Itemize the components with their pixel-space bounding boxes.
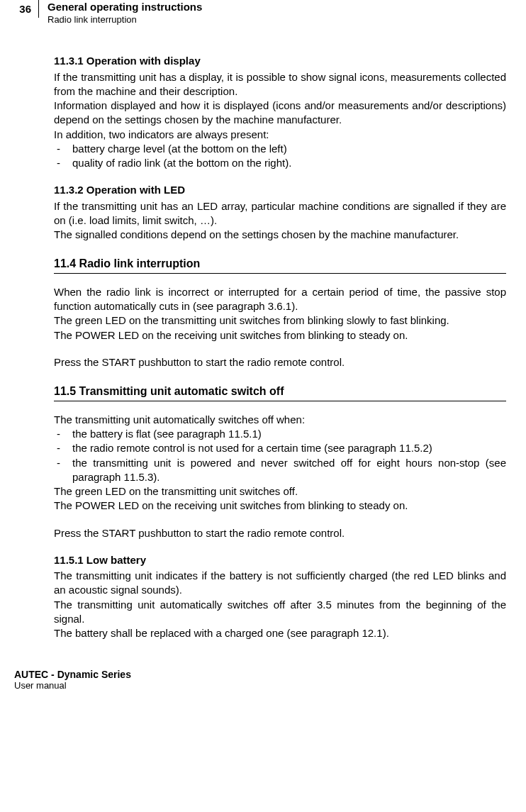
page-header: 36 General operating instructions Radio … [14, 0, 512, 26]
document-content: 11.3.1 Operation with display If the tra… [54, 54, 506, 640]
page-number: 36 [14, 0, 39, 18]
footer-subtitle: User manual [14, 680, 512, 691]
heading-11-3-2: 11.3.2 Operation with LED [54, 183, 506, 197]
header-subtitle: Radio link interruption [47, 14, 202, 26]
paragraph: The transmitting unit automatically swit… [54, 598, 506, 627]
paragraph: In addition, two indicators are always p… [54, 128, 506, 142]
footer-title: AUTEC - Dynamic Series [14, 669, 512, 680]
paragraph: The POWER LED on the receiving unit swit… [54, 328, 506, 343]
paragraph: Information displayed and how it is disp… [54, 99, 506, 128]
paragraph: The transmitting unit indicates if the b… [54, 569, 506, 598]
paragraph: When the radio link is incorrect or inte… [54, 285, 506, 314]
paragraph: The green LED on the transmitting unit s… [54, 484, 506, 499]
paragraph: The POWER LED on the receiving unit swit… [54, 499, 506, 513]
page-footer: AUTEC - Dynamic Series User manual [0, 669, 526, 702]
heading-11-4: 11.4 Radio link interruption [54, 256, 506, 274]
list-item: the transmitting unit is powered and nev… [54, 456, 506, 485]
list-item: the radio remote control is not used for… [54, 441, 506, 455]
list-item: battery charge level (at the bottom on t… [54, 142, 506, 156]
paragraph: Press the START pushbutton to start the … [54, 526, 506, 540]
paragraph: The battery shall be replaced with a cha… [54, 626, 506, 640]
heading-11-5: 11.5 Transmitting unit automatic switch … [54, 384, 506, 401]
paragraph: The transmitting unit automatically swit… [54, 413, 506, 427]
paragraph: The signalled conditions depend on the s… [54, 228, 506, 242]
paragraph: If the transmitting unit has a display, … [54, 70, 506, 99]
heading-11-3-1: 11.3.1 Operation with display [54, 54, 506, 68]
paragraph: The green LED on the transmitting unit s… [54, 313, 506, 328]
paragraph: If the transmitting unit has an LED arra… [54, 199, 506, 228]
list-item: the battery is flat (see paragraph 11.5.… [54, 427, 506, 441]
header-title: General operating instructions [47, 0, 202, 14]
paragraph: Press the START pushbutton to start the … [54, 355, 506, 369]
heading-11-5-1: 11.5.1 Low battery [54, 553, 506, 567]
list-item: quality of radio link (at the bottom on … [54, 156, 506, 170]
